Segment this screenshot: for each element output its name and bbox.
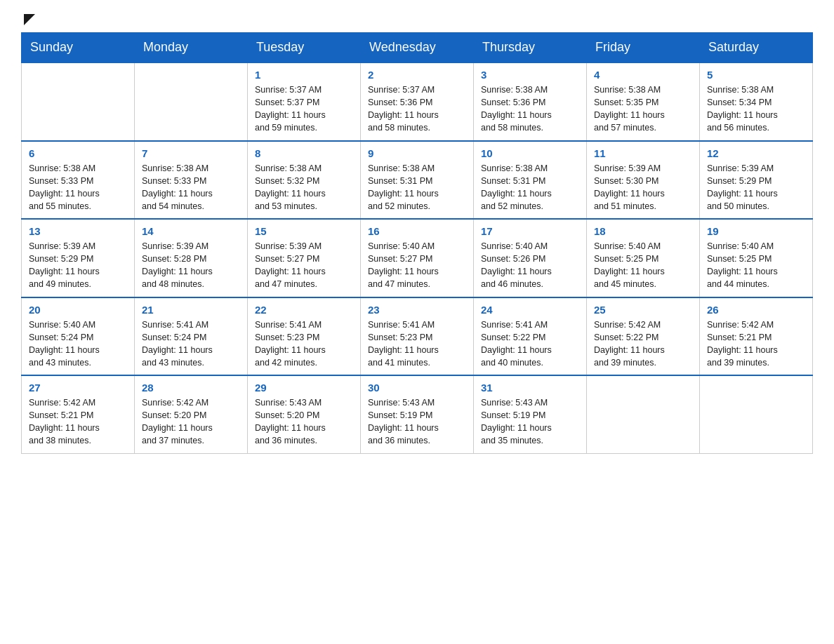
day-number: 14 bbox=[142, 225, 240, 237]
day-info: Sunrise: 5:38 AMSunset: 5:31 PMDaylight:… bbox=[368, 162, 466, 213]
day-cell: 19Sunrise: 5:40 AMSunset: 5:25 PMDayligh… bbox=[700, 219, 813, 297]
header bbox=[21, 14, 813, 25]
day-cell: 2Sunrise: 5:37 AMSunset: 5:36 PMDaylight… bbox=[361, 62, 474, 141]
weekday-header-sunday: Sunday bbox=[22, 33, 135, 63]
day-number: 29 bbox=[255, 382, 353, 394]
day-number: 9 bbox=[368, 147, 466, 159]
day-number: 18 bbox=[594, 225, 692, 237]
day-cell: 8Sunrise: 5:38 AMSunset: 5:32 PMDaylight… bbox=[248, 141, 361, 220]
week-row-5: 27Sunrise: 5:42 AMSunset: 5:21 PMDayligh… bbox=[22, 375, 813, 453]
day-info: Sunrise: 5:42 AMSunset: 5:20 PMDaylight:… bbox=[142, 396, 240, 448]
day-cell bbox=[587, 375, 700, 453]
day-number: 7 bbox=[142, 147, 240, 159]
day-cell bbox=[22, 62, 135, 141]
day-number: 6 bbox=[29, 147, 127, 159]
day-cell: 28Sunrise: 5:42 AMSunset: 5:20 PMDayligh… bbox=[135, 375, 248, 453]
day-number: 8 bbox=[255, 147, 353, 159]
day-info: Sunrise: 5:37 AMSunset: 5:37 PMDaylight:… bbox=[255, 83, 353, 135]
day-info: Sunrise: 5:38 AMSunset: 5:31 PMDaylight:… bbox=[481, 162, 579, 213]
day-info: Sunrise: 5:42 AMSunset: 5:22 PMDaylight:… bbox=[594, 318, 692, 370]
day-info: Sunrise: 5:43 AMSunset: 5:19 PMDaylight:… bbox=[481, 396, 579, 448]
weekday-header-wednesday: Wednesday bbox=[361, 33, 474, 63]
day-number: 26 bbox=[707, 304, 805, 316]
week-row-4: 20Sunrise: 5:40 AMSunset: 5:24 PMDayligh… bbox=[22, 297, 813, 376]
day-cell: 16Sunrise: 5:40 AMSunset: 5:27 PMDayligh… bbox=[361, 219, 474, 297]
day-number: 12 bbox=[707, 147, 805, 159]
day-number: 3 bbox=[481, 69, 579, 81]
week-row-1: 1Sunrise: 5:37 AMSunset: 5:37 PMDaylight… bbox=[22, 62, 813, 141]
day-info: Sunrise: 5:39 AMSunset: 5:29 PMDaylight:… bbox=[707, 162, 805, 213]
day-number: 15 bbox=[255, 225, 353, 237]
day-cell: 29Sunrise: 5:43 AMSunset: 5:20 PMDayligh… bbox=[248, 375, 361, 453]
day-cell: 31Sunrise: 5:43 AMSunset: 5:19 PMDayligh… bbox=[474, 375, 587, 453]
day-cell bbox=[135, 62, 248, 141]
day-cell: 11Sunrise: 5:39 AMSunset: 5:30 PMDayligh… bbox=[587, 141, 700, 220]
day-number: 22 bbox=[255, 304, 353, 316]
header-row: SundayMondayTuesdayWednesdayThursdayFrid… bbox=[22, 33, 813, 63]
day-number: 16 bbox=[368, 225, 466, 237]
day-cell: 21Sunrise: 5:41 AMSunset: 5:24 PMDayligh… bbox=[135, 297, 248, 376]
day-info: Sunrise: 5:39 AMSunset: 5:29 PMDaylight:… bbox=[29, 240, 127, 291]
weekday-header-friday: Friday bbox=[587, 33, 700, 63]
day-info: Sunrise: 5:37 AMSunset: 5:36 PMDaylight:… bbox=[368, 83, 466, 135]
day-cell: 7Sunrise: 5:38 AMSunset: 5:33 PMDaylight… bbox=[135, 141, 248, 220]
weekday-header-saturday: Saturday bbox=[700, 33, 813, 63]
day-cell: 5Sunrise: 5:38 AMSunset: 5:34 PMDaylight… bbox=[700, 62, 813, 141]
day-cell: 22Sunrise: 5:41 AMSunset: 5:23 PMDayligh… bbox=[248, 297, 361, 376]
day-number: 21 bbox=[142, 304, 240, 316]
logo bbox=[21, 14, 35, 25]
day-number: 28 bbox=[142, 382, 240, 394]
day-info: Sunrise: 5:43 AMSunset: 5:19 PMDaylight:… bbox=[368, 396, 466, 448]
day-info: Sunrise: 5:40 AMSunset: 5:27 PMDaylight:… bbox=[368, 240, 466, 291]
day-cell: 1Sunrise: 5:37 AMSunset: 5:37 PMDaylight… bbox=[248, 62, 361, 141]
day-info: Sunrise: 5:41 AMSunset: 5:23 PMDaylight:… bbox=[255, 318, 353, 370]
day-number: 23 bbox=[368, 304, 466, 316]
day-number: 24 bbox=[481, 304, 579, 316]
day-info: Sunrise: 5:41 AMSunset: 5:23 PMDaylight:… bbox=[368, 318, 466, 370]
day-number: 5 bbox=[707, 69, 805, 81]
day-number: 11 bbox=[594, 147, 692, 159]
calendar-table: SundayMondayTuesdayWednesdayThursdayFrid… bbox=[21, 32, 813, 454]
week-row-2: 6Sunrise: 5:38 AMSunset: 5:33 PMDaylight… bbox=[22, 141, 813, 220]
day-info: Sunrise: 5:40 AMSunset: 5:26 PMDaylight:… bbox=[481, 240, 579, 291]
day-number: 19 bbox=[707, 225, 805, 237]
day-cell: 17Sunrise: 5:40 AMSunset: 5:26 PMDayligh… bbox=[474, 219, 587, 297]
day-info: Sunrise: 5:38 AMSunset: 5:35 PMDaylight:… bbox=[594, 83, 692, 135]
day-cell: 14Sunrise: 5:39 AMSunset: 5:28 PMDayligh… bbox=[135, 219, 248, 297]
day-number: 20 bbox=[29, 304, 127, 316]
day-info: Sunrise: 5:39 AMSunset: 5:27 PMDaylight:… bbox=[255, 240, 353, 291]
day-number: 27 bbox=[29, 382, 127, 394]
day-info: Sunrise: 5:38 AMSunset: 5:34 PMDaylight:… bbox=[707, 83, 805, 135]
day-cell: 10Sunrise: 5:38 AMSunset: 5:31 PMDayligh… bbox=[474, 141, 587, 220]
day-cell bbox=[700, 375, 813, 453]
day-cell: 26Sunrise: 5:42 AMSunset: 5:21 PMDayligh… bbox=[700, 297, 813, 376]
day-cell: 15Sunrise: 5:39 AMSunset: 5:27 PMDayligh… bbox=[248, 219, 361, 297]
weekday-header-monday: Monday bbox=[135, 33, 248, 63]
day-info: Sunrise: 5:38 AMSunset: 5:33 PMDaylight:… bbox=[142, 162, 240, 213]
day-cell: 3Sunrise: 5:38 AMSunset: 5:36 PMDaylight… bbox=[474, 62, 587, 141]
day-info: Sunrise: 5:39 AMSunset: 5:28 PMDaylight:… bbox=[142, 240, 240, 291]
day-info: Sunrise: 5:41 AMSunset: 5:24 PMDaylight:… bbox=[142, 318, 240, 370]
day-cell: 6Sunrise: 5:38 AMSunset: 5:33 PMDaylight… bbox=[22, 141, 135, 220]
day-info: Sunrise: 5:39 AMSunset: 5:30 PMDaylight:… bbox=[594, 162, 692, 213]
day-number: 13 bbox=[29, 225, 127, 237]
day-number: 4 bbox=[594, 69, 692, 81]
day-number: 17 bbox=[481, 225, 579, 237]
day-info: Sunrise: 5:38 AMSunset: 5:36 PMDaylight:… bbox=[481, 83, 579, 135]
day-info: Sunrise: 5:38 AMSunset: 5:33 PMDaylight:… bbox=[29, 162, 127, 213]
day-number: 1 bbox=[255, 69, 353, 81]
weekday-header-tuesday: Tuesday bbox=[248, 33, 361, 63]
day-cell: 25Sunrise: 5:42 AMSunset: 5:22 PMDayligh… bbox=[587, 297, 700, 376]
day-info: Sunrise: 5:43 AMSunset: 5:20 PMDaylight:… bbox=[255, 396, 353, 448]
day-cell: 24Sunrise: 5:41 AMSunset: 5:22 PMDayligh… bbox=[474, 297, 587, 376]
day-number: 10 bbox=[481, 147, 579, 159]
day-info: Sunrise: 5:42 AMSunset: 5:21 PMDaylight:… bbox=[29, 396, 127, 448]
day-cell: 12Sunrise: 5:39 AMSunset: 5:29 PMDayligh… bbox=[700, 141, 813, 220]
day-info: Sunrise: 5:40 AMSunset: 5:25 PMDaylight:… bbox=[594, 240, 692, 291]
day-cell: 27Sunrise: 5:42 AMSunset: 5:21 PMDayligh… bbox=[22, 375, 135, 453]
day-info: Sunrise: 5:40 AMSunset: 5:25 PMDaylight:… bbox=[707, 240, 805, 291]
weekday-header-thursday: Thursday bbox=[474, 33, 587, 63]
day-info: Sunrise: 5:40 AMSunset: 5:24 PMDaylight:… bbox=[29, 318, 127, 370]
day-cell: 18Sunrise: 5:40 AMSunset: 5:25 PMDayligh… bbox=[587, 219, 700, 297]
day-number: 31 bbox=[481, 382, 579, 394]
